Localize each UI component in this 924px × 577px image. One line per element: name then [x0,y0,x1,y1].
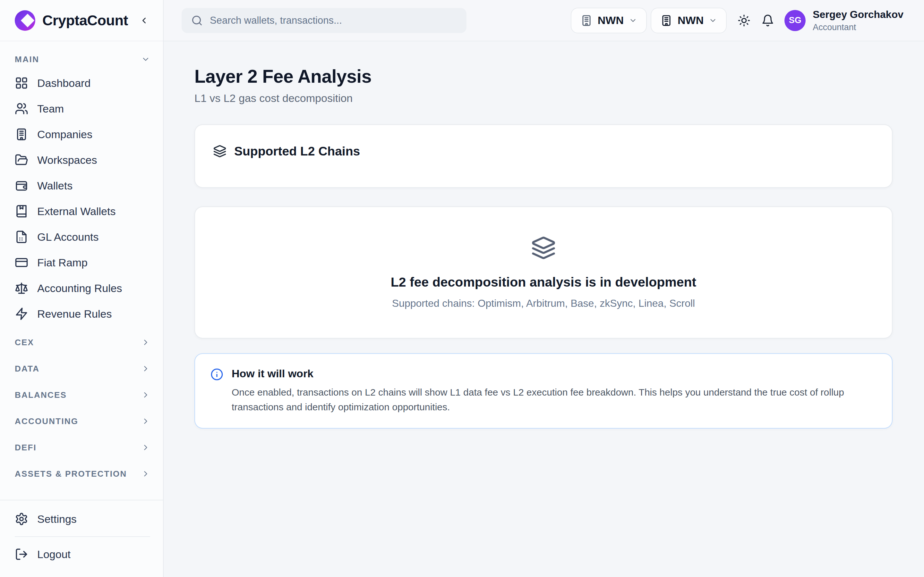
chevron-right-icon [141,364,150,373]
sidebar-item-dashboard[interactable]: Dashboard [15,71,150,95]
user-avatar[interactable]: SG [784,10,806,31]
sidebar-item-label: Settings [37,513,77,525]
supported-chains-card: Supported L2 Chains [194,124,893,188]
topbar-right: NWN NWN SG Sergey Gorch [571,8,903,33]
sidebar-item-label: Accounting Rules [37,282,122,295]
sidebar-item-label: Companies [37,128,92,141]
chevron-left-icon [139,16,149,25]
sidebar-item-label: Dashboard [37,77,90,89]
users-icon [15,102,28,115]
gear-icon [15,512,28,526]
nav-collapsed-sections: CEX DATA BALANCES ACCOUNTING DEFI [15,329,150,487]
global-search[interactable] [182,8,467,33]
sidebar-divider [15,536,150,537]
sidebar-item-label: Wallets [37,179,73,192]
sidebar-item-label: Fiat Ramp [37,256,87,269]
file-ledger-icon [15,230,28,243]
section-label: CEX [15,338,34,348]
notifications-button[interactable] [760,13,775,28]
user-initials: SG [789,15,801,25]
wallet-icon [15,179,28,192]
sidebar-item-revenue-rules[interactable]: Revenue Rules [15,301,150,326]
sidebar-section-balances[interactable]: BALANCES [15,382,150,408]
sidebar-item-gl-accounts[interactable]: GL Accounts [15,225,150,249]
brand-logo-icon [15,10,35,31]
dashboard-icon [15,76,28,90]
sidebar-item-label: Revenue Rules [37,308,111,320]
sidebar-item-accounting-rules[interactable]: Accounting Rules [15,276,150,300]
app-root: CryptaCount MAIN Dashboard Team [0,0,924,577]
company-selector-label: NWN [678,14,704,27]
company-selector[interactable]: NWN [651,8,727,33]
building-icon [15,127,28,141]
sidebar-item-label: Workspaces [37,154,97,166]
how-it-works-content: How it will work Once enabled, transacti… [232,367,870,414]
sidebar-item-label: GL Accounts [37,231,99,243]
chevron-right-icon [141,417,150,426]
user-name: Sergey Gorchakov [813,8,903,21]
sun-icon [738,14,750,27]
main-column: NWN NWN SG Sergey Gorch [164,0,924,577]
user-meta: Sergey Gorchakov Accountant [813,8,903,33]
supported-chains-card-title: Supported L2 Chains [234,144,360,158]
topbar: NWN NWN SG Sergey Gorch [164,0,924,41]
bell-icon [761,14,774,27]
sidebar-item-workspaces[interactable]: Workspaces [15,148,150,172]
section-label: BALANCES [15,390,67,400]
sidebar-footer: Settings Logout [0,500,163,577]
nav-section-main[interactable]: MAIN [15,52,150,66]
how-it-works-title: How it will work [232,367,870,380]
sidebar-item-label: Team [37,103,64,115]
sidebar-collapse-button[interactable] [139,16,149,25]
nav-list-main: Dashboard Team Companies Workspaces Wall… [15,71,150,326]
development-status-card: L2 fee decomposition analysis is in deve… [194,206,893,338]
chevron-down-icon [709,16,717,25]
sidebar-section-data[interactable]: DATA [15,356,150,382]
sidebar: CryptaCount MAIN Dashboard Team [0,0,164,577]
building-icon [580,15,593,27]
section-label: ASSETS & PROTECTION [15,469,127,479]
scale-icon [15,282,28,295]
sidebar-item-companies[interactable]: Companies [15,122,150,147]
sidebar-header: CryptaCount [0,0,163,41]
supported-chains-card-header: Supported L2 Chains [213,144,874,158]
zap-icon [15,307,28,321]
search-icon [191,15,203,26]
chevron-down-icon [141,55,150,64]
workspace-selector-label: NWN [598,14,624,27]
sidebar-item-fiat-ramp[interactable]: Fiat Ramp [15,250,150,275]
sidebar-item-settings[interactable]: Settings [15,507,150,531]
sidebar-item-logout[interactable]: Logout [15,542,150,566]
brand-name: CryptaCount [42,12,128,29]
development-supported-chains: Supported chains: Optimism, Arbitrum, Ba… [392,298,695,309]
sidebar-section-defi[interactable]: DEFI [15,434,150,461]
development-heading: L2 fee decomposition analysis is in deve… [391,275,696,290]
layers-icon [531,235,556,261]
sidebar-item-label: Logout [37,548,71,561]
page-title: Layer 2 Fee Analysis [194,66,893,87]
sidebar-nav: MAIN Dashboard Team Companies [0,41,163,500]
search-input[interactable] [210,15,457,26]
sidebar-section-assets-protection[interactable]: ASSETS & PROTECTION [15,461,150,487]
workspace-selector[interactable]: NWN [571,8,647,33]
section-label: ACCOUNTING [15,416,78,426]
section-label: DATA [15,364,39,374]
building-icon [660,15,672,27]
book-marked-icon [15,205,28,218]
folder-open-icon [15,153,28,167]
chevron-right-icon [141,390,150,400]
page-subtitle: L1 vs L2 gas cost decomposition [194,92,893,105]
chevron-right-icon [141,443,150,452]
sidebar-section-accounting[interactable]: ACCOUNTING [15,408,150,434]
section-label: DEFI [15,443,37,453]
sidebar-item-external-wallets[interactable]: External Wallets [15,199,150,223]
layers-icon [213,145,226,158]
sidebar-item-wallets[interactable]: Wallets [15,173,150,198]
sidebar-item-label: External Wallets [37,205,115,218]
page-content: Layer 2 Fee Analysis L1 vs L2 gas cost d… [164,41,924,577]
chevron-right-icon [141,469,150,478]
theme-toggle-button[interactable] [736,13,752,28]
sidebar-item-team[interactable]: Team [15,97,150,121]
chevron-right-icon [141,338,150,347]
sidebar-section-cex[interactable]: CEX [15,329,150,356]
